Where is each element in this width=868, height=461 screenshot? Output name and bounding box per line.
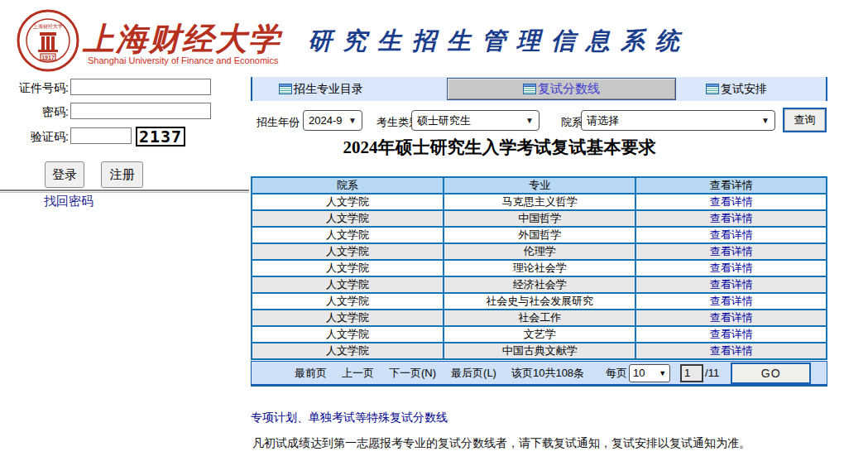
department-cell: 人文学院	[252, 276, 444, 293]
id-number-input[interactable]	[70, 79, 211, 95]
page: 上海财经大学 1917 上海财经大学 Shanghai University o…	[0, 0, 868, 461]
department-cell: 人文学院	[252, 343, 444, 359]
view-detail-link[interactable]: 查看详情	[710, 195, 753, 208]
tab-label: 招生专业目录	[294, 82, 363, 97]
detail-cell: 查看详情	[635, 310, 827, 326]
per-page-select[interactable]: 10 ▼	[629, 364, 670, 382]
major-cell: 马克思主义哲学	[444, 194, 635, 210]
department-cell: 人文学院	[252, 293, 444, 310]
category-select[interactable]: 硕士研究生 ▼	[411, 110, 540, 131]
view-detail-link[interactable]: 查看详情	[710, 278, 753, 291]
forgot-password-link[interactable]: 找回密码	[44, 194, 94, 209]
department-cell: 人文学院	[252, 260, 444, 276]
system-title: 研究生招生管理信息系统	[308, 25, 690, 58]
table-row: 人文学院理论社会学查看详情	[252, 260, 827, 276]
major-cell: 理论社会学	[444, 260, 635, 276]
table-row: 人文学院马克思主义哲学查看详情	[252, 194, 827, 210]
detail-cell: 查看详情	[635, 210, 827, 227]
chevron-down-icon: ▼	[659, 369, 666, 377]
special-score-line-link[interactable]: 专项计划、单独考试等特殊复试分数线	[251, 411, 448, 425]
university-name-en: Shanghai University of Finance and Econo…	[88, 55, 295, 65]
department-cell: 人文学院	[252, 310, 444, 326]
department-cell: 人文学院	[252, 194, 444, 210]
major-cell: 中国哲学	[444, 210, 635, 227]
table-row: 人文学院中国哲学查看详情	[252, 210, 827, 227]
major-cell: 社会史与社会发展研究	[444, 293, 635, 310]
page-info: 该页10共108条	[511, 366, 584, 381]
view-detail-link[interactable]: 查看详情	[710, 245, 753, 257]
per-page-value: 10	[633, 367, 645, 379]
detail-cell: 查看详情	[635, 227, 827, 243]
last-page-link[interactable]: 最后页(L)	[451, 366, 496, 381]
year-select-value: 2024-9	[309, 114, 342, 127]
pagination-bar: 最前页 上一页 下一页(N) 最后页(L) 该页10共108条 每页 10 ▼ …	[251, 361, 827, 387]
major-cell: 经济社会学	[444, 276, 635, 293]
department-cell: 人文学院	[252, 326, 444, 343]
captcha-image[interactable]: 2137	[136, 127, 185, 146]
go-button[interactable]: GO	[731, 363, 811, 384]
department-select[interactable]: 请选择 ▼	[581, 110, 775, 131]
seal-year: 1917	[41, 55, 55, 60]
table-icon	[279, 84, 292, 94]
captcha-label: 验证码:	[2, 130, 69, 145]
tab-retest-score-line-active[interactable]: 复试分数线	[447, 78, 676, 100]
major-cell: 文艺学	[444, 326, 635, 343]
major-cell: 社会工作	[444, 310, 635, 326]
per-page-label: 每页	[606, 366, 627, 381]
year-label: 招生年份	[257, 115, 300, 130]
id-number-label: 证件号码:	[2, 81, 69, 96]
tab-retest-arrangement[interactable]: 复试安排	[706, 77, 767, 101]
major-cell: 伦理学	[444, 243, 635, 260]
register-button[interactable]: 注册	[101, 161, 143, 188]
table-row: 人文学院外国哲学查看详情	[252, 227, 827, 243]
table-row: 人文学院社会工作查看详情	[252, 310, 827, 326]
tab-enrollment-catalog[interactable]: 招生专业目录	[279, 77, 363, 101]
view-detail-link[interactable]: 查看详情	[710, 262, 753, 274]
view-detail-link[interactable]: 查看详情	[710, 311, 753, 324]
university-seal-logo: 上海财经大学 1917	[15, 7, 81, 74]
view-detail-link[interactable]: 查看详情	[710, 344, 753, 357]
category-select-value: 硕士研究生	[417, 113, 471, 128]
detail-cell: 查看详情	[635, 243, 827, 260]
score-table-body: 人文学院马克思主义哲学查看详情人文学院中国哲学查看详情人文学院外国哲学查看详情人…	[252, 194, 827, 359]
university-name-cn: 上海财经大学	[83, 18, 290, 60]
detail-cell: 查看详情	[635, 326, 827, 343]
login-button[interactable]: 登录	[45, 161, 84, 188]
detail-cell: 查看详情	[635, 293, 827, 310]
next-page-link[interactable]: 下一页(N)	[389, 366, 436, 381]
detail-cell: 查看详情	[635, 260, 827, 276]
captcha-input[interactable]	[70, 127, 132, 144]
total-pages: /11	[705, 367, 719, 379]
view-detail-link[interactable]: 查看详情	[710, 228, 753, 241]
view-detail-link[interactable]: 查看详情	[710, 328, 753, 340]
page-number-input[interactable]	[680, 364, 703, 382]
chevron-down-icon: ▼	[520, 116, 534, 125]
password-label: 密码:	[2, 105, 69, 120]
department-cell: 人文学院	[252, 243, 444, 260]
department-label: 院系	[561, 115, 583, 130]
department-cell: 人文学院	[252, 227, 444, 243]
notice-text: 凡初试成绩达到第一志愿报考专业的复试分数线者，请下载复试通知，复试安排以复试通知…	[252, 436, 751, 451]
year-select[interactable]: 2024-9 ▼	[303, 110, 362, 131]
prev-page-link[interactable]: 上一页	[342, 366, 374, 381]
detail-cell: 查看详情	[635, 194, 827, 210]
header-detail: 查看详情	[635, 177, 827, 194]
password-input[interactable]	[70, 103, 211, 119]
view-detail-link[interactable]: 查看详情	[710, 295, 753, 307]
major-cell: 中国古典文献学	[444, 343, 635, 359]
department-select-value: 请选择	[587, 113, 619, 128]
table-icon	[706, 84, 719, 94]
score-line-table: 院系 专业 查看详情 人文学院马克思主义哲学查看详情人文学院中国哲学查看详情人文…	[251, 176, 827, 360]
major-cell: 外国哲学	[444, 227, 635, 243]
seal-inner-text: 上海财经大学	[32, 23, 63, 29]
detail-cell: 查看详情	[635, 343, 827, 359]
department-cell: 人文学院	[252, 210, 444, 227]
table-row: 人文学院社会史与社会发展研究查看详情	[252, 293, 827, 310]
table-row: 人文学院经济社会学查看详情	[252, 276, 827, 293]
chevron-down-icon: ▼	[343, 116, 357, 125]
view-detail-link[interactable]: 查看详情	[710, 212, 753, 224]
first-page-link[interactable]: 最前页	[295, 366, 327, 381]
query-button[interactable]: 查询	[783, 108, 827, 132]
header-department: 院系	[252, 177, 444, 194]
table-header-row: 院系 专业 查看详情	[252, 177, 827, 194]
